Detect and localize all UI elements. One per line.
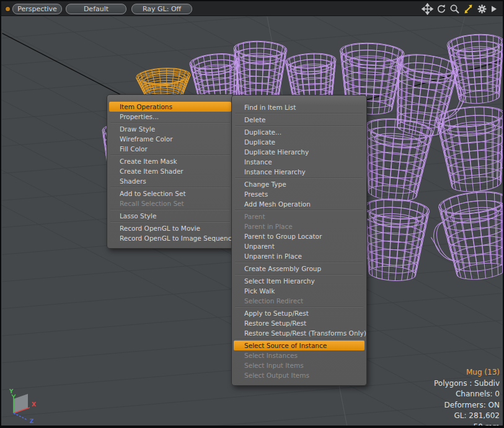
- maximize-icon[interactable]: [462, 3, 474, 15]
- menu-item-instance[interactable]: Instance: [234, 157, 365, 167]
- menu-item-duplicate-hierarchy[interactable]: Duplicate Hierarchy: [234, 147, 365, 157]
- menu-separator: [110, 221, 230, 223]
- menu-separator: [235, 262, 363, 263]
- menu-item-wireframe-color[interactable]: Wireframe Color: [109, 134, 231, 144]
- menu-separator: [110, 187, 230, 188]
- ray-gl-button[interactable]: Ray GL: Off: [131, 4, 192, 14]
- selected-item-name: Mug (13): [434, 367, 500, 378]
- info-gl-count: GL: 281,602: [434, 411, 500, 422]
- menu-item-duplicate[interactable]: Duplicate: [234, 137, 365, 147]
- menu-item-recall-selection-set: Recall Selection Set: [109, 198, 231, 208]
- view-type-button[interactable]: Perspective: [12, 4, 62, 14]
- gear-icon[interactable]: [476, 3, 488, 15]
- menu-item-selection-redirect: Selection Redirect: [234, 296, 365, 306]
- context-menu: Item OperationsProperties...Draw StyleWi…: [107, 94, 234, 249]
- menu-separator: [235, 210, 363, 211]
- menu-item-restore-setup-rest[interactable]: Restore Setup/Rest: [234, 318, 365, 328]
- viewport-active-indicator: [6, 7, 10, 11]
- menu-separator: [110, 209, 230, 210]
- info-deformers: Deformers: ON: [434, 400, 500, 411]
- menu-item-duplicate[interactable]: Duplicate...: [234, 127, 365, 137]
- info-polygons: Polygons : Subdiv: [434, 378, 500, 390]
- menu-item-pick-walk[interactable]: Pick Walk: [234, 286, 365, 296]
- x-axis-label: X: [32, 401, 36, 408]
- menu-separator: [110, 154, 230, 156]
- menu-item-change-type[interactable]: Change Type: [234, 179, 365, 189]
- menu-item-parent: Parent: [234, 212, 365, 221]
- menu-item-lasso-style[interactable]: Lasso Style: [109, 211, 231, 221]
- menu-separator: [235, 113, 363, 114]
- menu-item-create-assembly-group[interactable]: Create Assembly Group: [234, 264, 365, 274]
- info-focal-length: 50 mm: [434, 422, 500, 428]
- menu-separator: [235, 125, 363, 127]
- menu-item-draw-style[interactable]: Draw Style: [109, 124, 231, 134]
- menu-item-record-opengl-to-movie[interactable]: Record OpenGL to Movie: [109, 223, 231, 233]
- y-axis-label: Y: [9, 388, 14, 395]
- pan-icon[interactable]: [422, 3, 433, 15]
- info-channels: Channels: 0: [434, 389, 500, 400]
- menu-item-record-opengl-to-image-sequence[interactable]: Record OpenGL to Image Sequence: [109, 233, 231, 243]
- menu-item-unparent[interactable]: Unparent: [234, 241, 365, 251]
- menu-item-create-item-mask[interactable]: Create Item Mask: [109, 156, 231, 166]
- menu-item-parent-in-place: Parent in Place: [234, 221, 365, 231]
- menu-item-select-source-of-instance[interactable]: Select Source of Instance: [234, 341, 365, 350]
- rotate-icon[interactable]: [435, 3, 447, 15]
- menu-item-parent-to-group-locator[interactable]: Parent to Group Locator: [234, 231, 365, 241]
- menu-item-create-item-shader[interactable]: Create Item Shader: [109, 166, 231, 176]
- axis-gizmo: Y X Z: [4, 385, 43, 424]
- expand-arrow-icon[interactable]: [490, 3, 498, 15]
- menu-item-add-mesh-operation[interactable]: Add Mesh Operation: [234, 199, 365, 209]
- zoom-icon[interactable]: [449, 3, 461, 15]
- menu-item-properties[interactable]: Properties...: [109, 112, 231, 122]
- menu-item-select-output-items: Select Output Items: [234, 370, 365, 380]
- selection-info-overlay: Mug (13) Polygons : Subdiv Channels: 0 D…: [434, 367, 500, 428]
- viewport-3d: Perspective Default Ray GL: Off: [0, 0, 504, 428]
- menu-item-apply-to-setup-rest[interactable]: Apply to Setup/Rest: [234, 308, 365, 318]
- item-operations-submenu: Find in Item ListDeleteDuplicate...Dupli…: [231, 95, 367, 386]
- viewport-icon-group: [422, 3, 498, 15]
- viewport-toolbar: Perspective Default Ray GL: Off: [1, 1, 503, 16]
- menu-item-delete[interactable]: Delete: [234, 115, 365, 125]
- menu-separator: [235, 306, 363, 308]
- menu-item-select-input-items: Select Input Items: [234, 360, 365, 370]
- menu-item-restore-setup-rest-transforms-only[interactable]: Restore Setup/Rest (Transforms Only): [234, 328, 365, 338]
- menu-separator: [235, 274, 363, 275]
- menu-item-unparent-in-place[interactable]: Unparent in Place: [234, 251, 365, 261]
- menu-item-fill-color[interactable]: Fill Color: [109, 144, 231, 154]
- z-axis: [14, 413, 27, 420]
- shading-style-button[interactable]: Default: [66, 4, 126, 14]
- menu-separator: [110, 122, 230, 123]
- z-axis-label: Z: [30, 418, 34, 424]
- menu-item-add-to-selection-set[interactable]: Add to Selection Set: [109, 189, 231, 198]
- menu-item-shaders[interactable]: Shaders: [109, 176, 231, 186]
- menu-separator: [235, 339, 363, 340]
- menu-item-presets[interactable]: Presets: [234, 189, 365, 199]
- menu-item-instance-hierarchy[interactable]: Instance Hierarchy: [234, 167, 365, 177]
- menu-item-find-in-item-list[interactable]: Find in Item List: [234, 102, 365, 112]
- menu-item-select-item-hierarchy[interactable]: Select Item Hierarchy: [234, 276, 365, 286]
- menu-item-select-instances: Select Instances: [234, 350, 365, 360]
- menu-separator: [235, 177, 363, 179]
- menu-item-item-operations[interactable]: Item Operations: [109, 102, 231, 112]
